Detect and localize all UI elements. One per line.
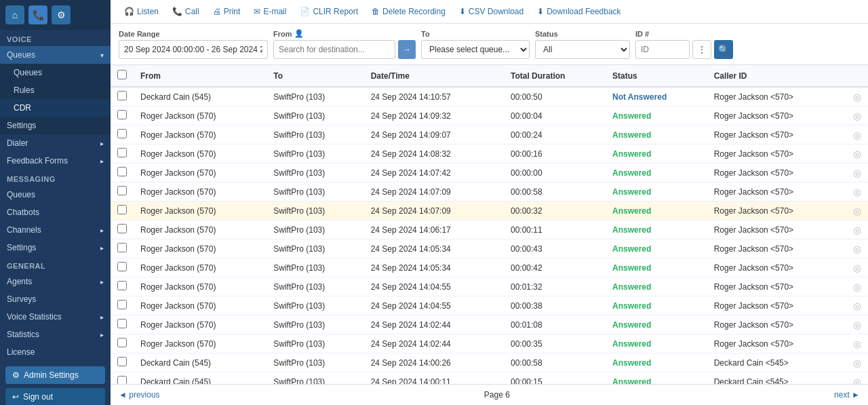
call-button[interactable]: 📞 Call: [167, 4, 205, 19]
sidebar-item-statistics[interactable]: Statistics ▸: [0, 326, 111, 343]
delete-recording-button[interactable]: 🗑 Delete Recording: [366, 4, 451, 19]
sidebar-item-queues-sub[interactable]: Queues: [0, 64, 111, 81]
admin-settings-button[interactable]: ⚙ Admin Settings: [5, 366, 105, 384]
row-checkbox[interactable]: [117, 205, 127, 214]
row-checkbox[interactable]: [117, 281, 127, 290]
row-action-icon[interactable]: ◎: [853, 282, 861, 292]
row-checkbox[interactable]: [117, 243, 127, 252]
email-button[interactable]: ✉ E-mail: [248, 4, 292, 19]
chevron-down-icon: ▾: [100, 52, 104, 59]
search-button[interactable]: 🔍: [714, 40, 733, 59]
row-datetime: 24 Sep 2024 14:02:44: [364, 315, 504, 334]
from-arrow-button[interactable]: →: [398, 40, 416, 59]
row-status: Answered: [606, 296, 707, 315]
select-all-checkbox[interactable]: [117, 70, 127, 79]
row-action-icon[interactable]: ◎: [853, 225, 861, 235]
row-status: Answered: [606, 144, 707, 163]
id-input[interactable]: [635, 40, 690, 59]
sidebar-item-rules[interactable]: Rules: [0, 81, 111, 99]
row-action-icon[interactable]: ◎: [853, 92, 861, 102]
row-checkbox[interactable]: [117, 357, 127, 366]
date-range-input[interactable]: [119, 40, 268, 59]
row-checkbox[interactable]: [117, 167, 127, 176]
sign-out-button[interactable]: ↩ Sign out: [5, 388, 105, 405]
row-duration: 00:00:32: [504, 201, 606, 220]
row-action-icon[interactable]: ◎: [853, 301, 861, 311]
download-feedback-icon: ⬇: [537, 7, 544, 16]
csv-download-button[interactable]: ⬇ CSV Download: [454, 4, 529, 19]
sidebar-item-cdr[interactable]: CDR: [0, 99, 111, 117]
row-status: Answered: [606, 334, 707, 353]
table-row: Roger Jackson (570) SwiftPro (103) 24 Se…: [111, 107, 868, 126]
row-action-icon[interactable]: ◎: [853, 168, 861, 178]
row-action-icon[interactable]: ◎: [853, 187, 861, 197]
home-icon[interactable]: ⌂: [5, 5, 24, 24]
search-icon: 🔍: [718, 45, 730, 55]
row-datetime: 24 Sep 2024 14:10:57: [364, 87, 504, 107]
agents-label: Agents: [7, 277, 32, 286]
clir-report-button[interactable]: 📄 CLIR Report: [294, 4, 363, 19]
sidebar-item-agents[interactable]: Agents ▸: [0, 273, 111, 290]
row-action-icon[interactable]: ◎: [853, 358, 861, 368]
to-select[interactable]: Please select queue...: [421, 40, 530, 59]
from-input[interactable]: [273, 40, 395, 59]
sidebar-item-chatbots[interactable]: Chatbots: [0, 204, 111, 221]
sidebar-item-dialer[interactable]: Dialer ▸: [0, 134, 111, 152]
row-action-icon[interactable]: ◎: [853, 339, 861, 349]
row-caller-id: Deckard Cain <545>: [707, 372, 846, 385]
row-action-icon[interactable]: ◎: [853, 111, 861, 121]
row-action-icon[interactable]: ◎: [853, 244, 861, 254]
row-action-icon[interactable]: ◎: [853, 206, 861, 216]
admin-settings-label: Admin Settings: [24, 370, 79, 380]
row-from: Roger Jackson (570): [134, 107, 267, 126]
table-row: Roger Jackson (570) SwiftPro (103) 24 Se…: [111, 315, 868, 334]
csv-icon: ⬇: [459, 7, 466, 16]
row-action-icon[interactable]: ◎: [853, 263, 861, 273]
gear-icon[interactable]: ⚙: [52, 5, 71, 24]
sidebar-item-surveys[interactable]: Surveys: [0, 290, 111, 308]
row-action-icon[interactable]: ◎: [853, 320, 861, 330]
row-checkbox[interactable]: [117, 376, 127, 384]
row-to: SwiftPro (103): [267, 239, 363, 258]
status-group: Status All Answered Not Answered: [535, 30, 630, 59]
row-action-icon[interactable]: ◎: [853, 130, 861, 140]
sidebar-item-license[interactable]: License: [0, 343, 111, 361]
download-feedback-button[interactable]: ⬇ Download Feedback: [532, 4, 626, 19]
more-options-button[interactable]: ⋮: [692, 40, 711, 59]
call-icon: 📞: [172, 7, 182, 16]
table-row: Roger Jackson (570) SwiftPro (103) 24 Se…: [111, 201, 868, 220]
row-checkbox[interactable]: [117, 129, 127, 138]
row-checkbox[interactable]: [117, 110, 127, 119]
col-checkbox: [111, 65, 134, 87]
row-checkbox[interactable]: [117, 224, 127, 233]
row-checkbox[interactable]: [117, 91, 127, 100]
row-from: Roger Jackson (570): [134, 144, 267, 163]
row-duration: 00:01:08: [504, 315, 606, 334]
sidebar-item-settings-voice[interactable]: Settings: [0, 117, 111, 134]
row-caller-id: Roger Jackson <570>: [707, 258, 846, 277]
row-checkbox[interactable]: [117, 262, 127, 271]
gear-icon-btn: ⚙: [12, 370, 20, 380]
row-checkbox-cell: [111, 372, 134, 385]
row-checkbox[interactable]: [117, 338, 127, 347]
sidebar-item-msg-settings[interactable]: Settings ▸: [0, 239, 111, 256]
sidebar-item-msg-queues[interactable]: Queues: [0, 186, 111, 204]
row-checkbox[interactable]: [117, 186, 127, 195]
sidebar-item-feedback-forms[interactable]: Feedback Forms ▸: [0, 152, 111, 170]
headset-icon[interactable]: 📞: [28, 5, 47, 24]
sidebar-item-queues[interactable]: Queues ▾: [0, 46, 111, 64]
print-button[interactable]: 🖨 Print: [208, 4, 246, 19]
rules-label: Rules: [14, 85, 35, 95]
status-select[interactable]: All Answered Not Answered: [535, 40, 630, 59]
sidebar-item-voice-statistics[interactable]: Voice Statistics ▸: [0, 308, 111, 326]
next-button[interactable]: next ►: [834, 390, 860, 400]
row-checkbox[interactable]: [117, 148, 127, 157]
sidebar-item-channels[interactable]: Channels ▸: [0, 221, 111, 239]
row-checkbox[interactable]: [117, 319, 127, 328]
previous-button[interactable]: ◄ previous: [119, 390, 160, 400]
row-action-icon[interactable]: ◎: [853, 377, 861, 385]
row-action-icon[interactable]: ◎: [853, 149, 861, 159]
col-status: Status: [606, 65, 707, 87]
row-checkbox[interactable]: [117, 300, 127, 309]
listen-button[interactable]: 🎧 Listen: [119, 4, 164, 19]
